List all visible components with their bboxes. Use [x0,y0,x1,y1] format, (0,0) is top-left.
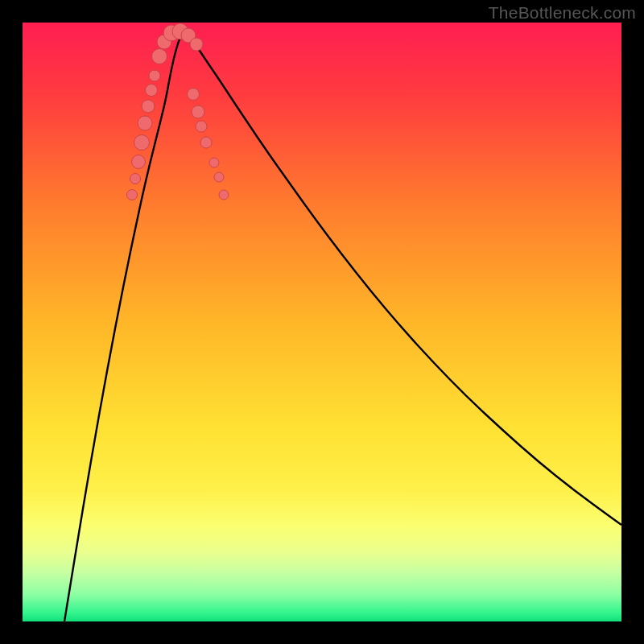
chart-plot-area [23,23,621,621]
data-point [200,137,212,148]
bottleneck-chart [23,23,621,621]
data-point [188,89,200,101]
data-point [149,70,160,81]
chart-background [23,23,621,621]
chart-frame: TheBottleneck.com [0,0,644,644]
data-point [190,38,203,51]
data-point [196,121,207,132]
data-point [132,155,146,169]
data-point [192,105,204,118]
data-point [152,49,167,64]
watermark-text: TheBottleneck.com [489,3,636,23]
data-point [130,174,141,184]
data-point [219,190,229,200]
data-point [127,190,138,200]
data-point [146,85,158,97]
data-point [142,100,155,113]
data-point [209,158,219,167]
data-point [134,135,150,151]
data-point [214,172,224,182]
data-point [138,116,152,130]
